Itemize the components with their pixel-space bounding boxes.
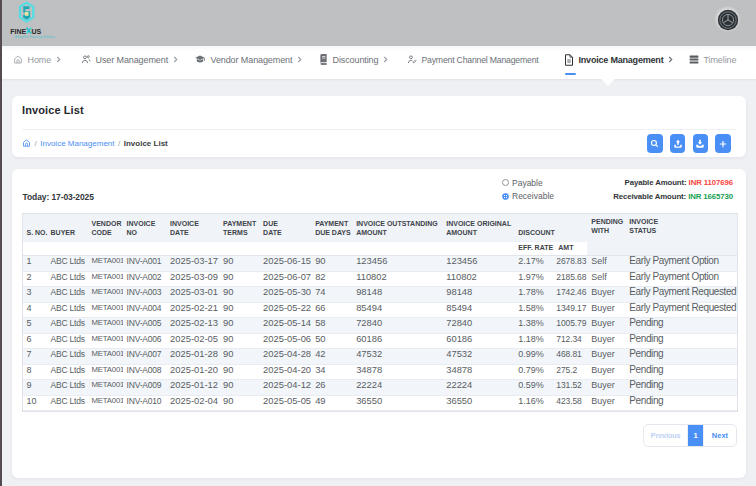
svg-text:A Step For Financing Solutions: A Step For Financing Solutions xyxy=(15,35,55,39)
svg-text:US: US xyxy=(31,28,41,35)
svg-text:FINE: FINE xyxy=(10,28,26,35)
